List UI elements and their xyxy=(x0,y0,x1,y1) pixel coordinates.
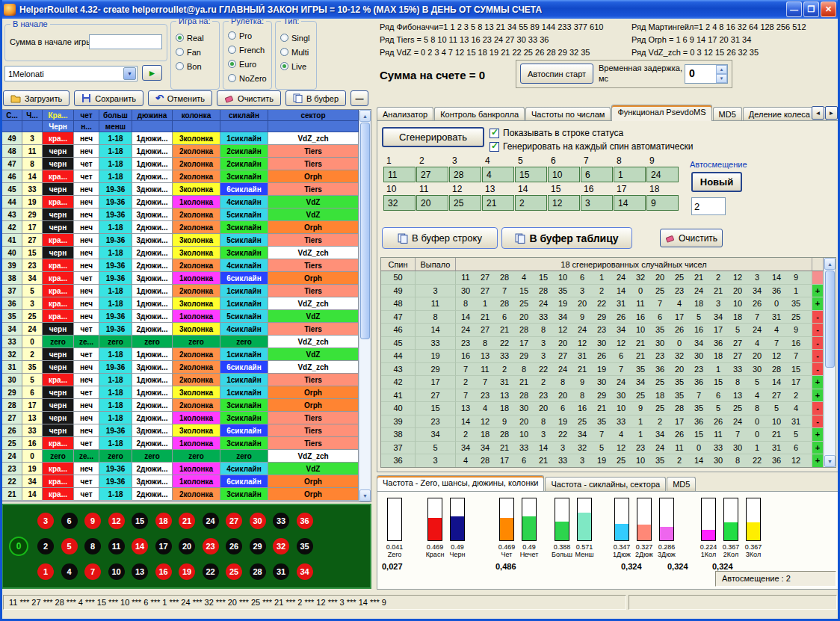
spinner-up-icon[interactable]: ▲ xyxy=(716,65,727,74)
freq-tab-1[interactable]: Частота - Zero, шансы, дюжины, колонки xyxy=(377,475,544,491)
board-number[interactable]: 3 xyxy=(37,513,54,529)
spin-row[interactable]: 421727312128930243425353615851417+ xyxy=(381,376,824,389)
history-row[interactable]: 3424чернчет19-362дюжи...3колонка4сиклайн… xyxy=(2,323,359,336)
tab-4[interactable]: Функционал PsevdoMS xyxy=(611,105,711,121)
spinner-down-icon[interactable]: ▼ xyxy=(716,74,727,83)
radio-singl[interactable]: Singl xyxy=(276,31,316,45)
tab-scroll-left-icon[interactable]: ◄ xyxy=(812,106,824,120)
tab-scroll-right-icon[interactable]: ► xyxy=(825,106,838,120)
column-header[interactable]: Кра... xyxy=(43,110,74,121)
spin-row[interactable]: 401513418302061621109252835525854- xyxy=(381,402,824,415)
clear-table-button[interactable]: Очистить xyxy=(660,229,723,247)
radio-fan[interactable]: Fan xyxy=(171,45,219,59)
history-row[interactable]: 4217черннеч1-182дюжи...2колонка3сиклайнO… xyxy=(2,221,359,234)
undo-button[interactable]: ↶ Отменить xyxy=(148,90,212,106)
board-number[interactable]: 22 xyxy=(203,563,219,580)
radio-live[interactable]: Live xyxy=(276,59,316,73)
maximize-button[interactable]: ❐ xyxy=(803,1,819,17)
generated-scrollbar[interactable]: ▲ ▼ xyxy=(824,258,836,467)
column-header[interactable]: больш xyxy=(99,110,132,121)
history-row[interactable]: 375кра...неч1-181дюжи...2колонка1сиклайн… xyxy=(2,285,359,297)
history-row[interactable]: 240zeroze...zerozerozerozeroVdZ_zch xyxy=(2,450,359,463)
history-row[interactable]: 4533черннеч19-363дюжи...3колонка6сиклайн… xyxy=(2,183,359,196)
history-row[interactable]: 3923кра...неч19-362дюжи...2колонка4сикла… xyxy=(2,259,359,272)
load-button[interactable]: Загрузить xyxy=(3,90,70,106)
tab-2[interactable]: Контроль банкролла xyxy=(434,107,525,121)
copy-row-button[interactable]: В буфер строку xyxy=(382,227,498,249)
column-header[interactable]: С... xyxy=(2,110,22,121)
copy-buffer-button[interactable]: В буфер xyxy=(285,90,346,106)
board-number[interactable]: 33 xyxy=(273,513,289,529)
spin-row[interactable]: 4781421620333492926166175341873125- xyxy=(381,311,824,324)
minimize-button[interactable]: — xyxy=(786,1,802,17)
board-number[interactable]: 7 xyxy=(84,563,101,580)
board-number[interactable]: 26 xyxy=(226,538,242,554)
board-number[interactable]: 29 xyxy=(250,538,266,554)
save-button[interactable]: Сохранить xyxy=(74,90,143,106)
history-row[interactable]: 305кра...неч1-181дюжи...2колонка1сиклайн… xyxy=(2,374,359,386)
board-number[interactable]: 11 xyxy=(108,538,125,554)
board-number[interactable]: 18 xyxy=(155,513,172,529)
board-number[interactable]: 12 xyxy=(108,513,125,529)
tab-1[interactable]: Анализатор xyxy=(377,107,433,121)
board-number[interactable]: 25 xyxy=(226,563,242,580)
board-number[interactable]: 8 xyxy=(84,538,101,554)
scroll-up-icon[interactable]: ▲ xyxy=(359,110,371,122)
column-header[interactable]: сиклайн xyxy=(220,110,268,121)
spin-row[interactable]: 461424272128812242334103526161752449- xyxy=(381,324,824,337)
spin-row[interactable]: 3753434213314332512232411033301316+ xyxy=(381,442,824,455)
new-button[interactable]: Новый xyxy=(691,172,742,192)
column-header[interactable]: сектор xyxy=(268,110,359,121)
collapse-button[interactable]: — xyxy=(350,90,368,106)
history-row[interactable]: 2817черннеч1-182дюжи...2колонка3сиклайнO… xyxy=(2,399,359,412)
board-zero[interactable]: 0 xyxy=(9,537,28,556)
history-row[interactable]: 2114кра...чет1-182дюжи...2колонка3сиклай… xyxy=(2,488,359,501)
board-number[interactable]: 36 xyxy=(297,513,313,529)
spin-row[interactable]: 45332382217320123012213003436274716- xyxy=(381,337,824,350)
spin-row[interactable]: 3634281762133319251035214308223612+ xyxy=(381,454,824,467)
scroll-up-icon[interactable]: ▲ xyxy=(824,258,836,270)
board-number[interactable]: 23 xyxy=(203,538,219,554)
board-number[interactable]: 32 xyxy=(273,538,289,554)
history-row[interactable]: 2633черннеч19-363дюжи...3колонка6сиклайн… xyxy=(2,424,359,437)
board-number[interactable]: 16 xyxy=(155,563,172,580)
board-number[interactable]: 34 xyxy=(297,563,313,580)
board-number[interactable]: 5 xyxy=(61,538,78,554)
autospin-start-button[interactable]: Автоспин старт xyxy=(520,64,593,84)
radio-euro[interactable]: Euro xyxy=(223,57,271,71)
history-row[interactable]: 4127кра...неч19-363дюжи...3колонка5сикла… xyxy=(2,234,359,247)
spin-row[interactable]: 50112728415106124322025212123149 xyxy=(381,271,824,285)
history-row[interactable]: 2234кра...чет19-363дюжи...1колонка6сикла… xyxy=(2,475,359,488)
freq-tab-2[interactable]: Частота - сиклайны, сектора xyxy=(545,477,666,491)
history-row[interactable]: 296чернчет1-181дюжи...3колонка1сиклайнOr… xyxy=(2,386,359,399)
board-number[interactable]: 17 xyxy=(155,538,172,554)
board-number[interactable]: 13 xyxy=(132,563,148,580)
history-row[interactable]: 478чернчет1-181дюжи...2колонка2сиклайнTi… xyxy=(2,158,359,170)
radio-pro[interactable]: Pro xyxy=(223,28,271,43)
history-row[interactable]: 4811черннеч1-181дюжи...2колонка2сиклайнT… xyxy=(2,145,359,158)
board-number[interactable]: 15 xyxy=(132,513,148,529)
board-number[interactable]: 35 xyxy=(297,538,313,554)
column-header[interactable]: дюжина xyxy=(132,110,173,121)
board-number[interactable]: 14 xyxy=(132,538,148,554)
radio-multi[interactable]: Multi xyxy=(276,45,316,59)
copy-table-button[interactable]: В буфер таблицу xyxy=(501,227,632,249)
scrollbar-thumb[interactable] xyxy=(825,271,835,368)
generate-button[interactable]: Сгенерировать xyxy=(382,127,484,147)
history-row[interactable]: 493кра...неч1-181дюжи...3колонка1сиклайн… xyxy=(2,132,359,145)
radio-french[interactable]: French xyxy=(223,43,271,57)
start-sum-input[interactable] xyxy=(89,34,162,49)
column-header[interactable]: чет xyxy=(74,110,99,121)
board-number[interactable]: 20 xyxy=(179,538,195,554)
board-number[interactable]: 28 xyxy=(250,563,266,580)
play-button[interactable]: ► xyxy=(142,65,162,81)
close-button[interactable]: ✕ xyxy=(821,1,836,17)
history-row[interactable]: 3525кра...неч19-363дюжи...1колонка5сикла… xyxy=(2,310,359,323)
scrollbar-thumb[interactable] xyxy=(360,123,370,339)
tab-3[interactable]: Частоты по числам xyxy=(525,107,611,121)
history-row[interactable]: 322чернчет1-181дюжи...2колонка1сиклайнVd… xyxy=(2,348,359,361)
history-scrollbar[interactable]: ▲ ▼ xyxy=(359,110,371,501)
clear-button[interactable]: Очистить xyxy=(217,90,281,106)
checkbox-row-1[interactable]: Показывать в строке статуса xyxy=(490,126,693,140)
history-row[interactable]: 4015черннеч1-182дюжи...3колонка3сиклайнV… xyxy=(2,247,359,259)
